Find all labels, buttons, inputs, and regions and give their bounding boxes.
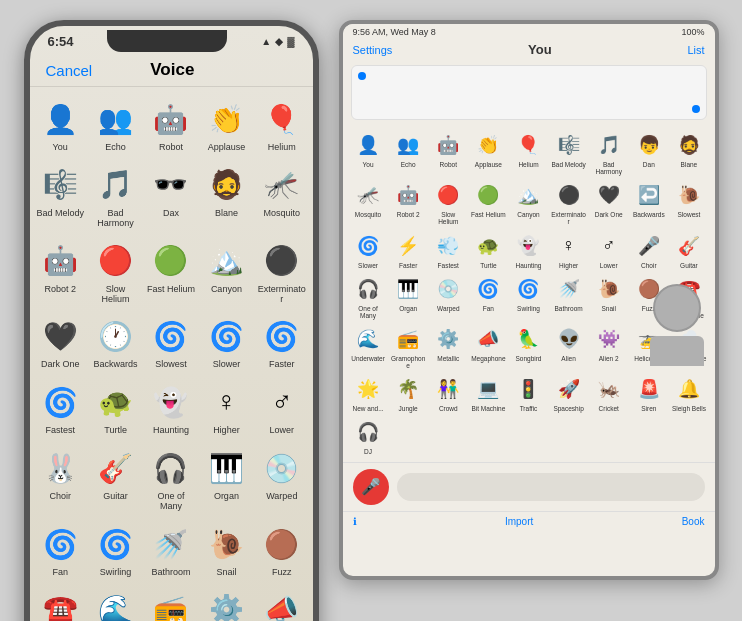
tablet-voice-item[interactable]: 💿Warped [429, 272, 468, 321]
voice-item[interactable]: 🎸Guitar [89, 442, 142, 516]
voice-item[interactable]: ♀️Higher [200, 376, 253, 440]
tablet-voice-item[interactable]: 🏔️Canyon [509, 178, 548, 227]
voice-item[interactable]: ⚙️Metallic [200, 584, 253, 621]
tablet-voice-item[interactable]: 👏Applause [469, 128, 508, 177]
tablet-voice-item[interactable]: 🎤Choir [629, 229, 668, 271]
voice-item[interactable]: 🤖Robot [144, 93, 197, 157]
voice-item[interactable]: 📻Gramophone [144, 584, 197, 621]
voice-item[interactable]: 🎵Bad Harmony [89, 159, 142, 233]
voice-item[interactable]: 🌀Faster [255, 310, 308, 374]
voice-item[interactable]: 🐌Snail [200, 518, 253, 582]
tablet-voice-item[interactable]: 🤖Robot [429, 128, 468, 177]
tablet-voice-item[interactable]: 🎧DJ [349, 415, 388, 457]
voice-item[interactable]: ♂️Lower [255, 376, 308, 440]
tablet-voice-item[interactable]: ♀️Higher [549, 229, 588, 271]
tablet-voice-item[interactable]: 👤You [349, 128, 388, 177]
tablet-voice-item[interactable]: 🚨Siren [629, 372, 668, 414]
tablet-voice-item[interactable]: 🚦Traffic [509, 372, 548, 414]
tablet-voice-item[interactable]: 🌀Fan [469, 272, 508, 321]
voice-item[interactable]: 🔴Slow Helium [89, 235, 142, 309]
voice-item[interactable]: 🚿Bathroom [144, 518, 197, 582]
tablet-voice-item[interactable]: 👦Dan [629, 128, 668, 177]
tablet-voice-item[interactable]: ♂️Lower [589, 229, 628, 271]
voice-item[interactable]: 🐢Turtle [89, 376, 142, 440]
tablet-voice-item[interactable]: 🎸Guitar [669, 229, 708, 271]
book-button[interactable]: Book [682, 516, 705, 527]
tablet-voice-item[interactable]: 🎵Bad Harmony [589, 128, 628, 177]
voice-item[interactable]: 🌀Swirling [89, 518, 142, 582]
tablet-voice-item[interactable]: 🎼Bad Melody [549, 128, 588, 177]
voice-item[interactable]: 🧔Blane [200, 159, 253, 233]
voice-item[interactable]: 🕐Backwards [89, 310, 142, 374]
tablet-voice-item[interactable]: ⚙️Metallic [429, 322, 468, 371]
voice-item[interactable]: 🌊Underwater [89, 584, 142, 621]
voice-item[interactable]: 🌀Fan [34, 518, 87, 582]
tablet-voice-item[interactable]: 👻Haunting [509, 229, 548, 271]
tablet-voice-item[interactable]: 🌀Slower [349, 229, 388, 271]
tablet-voice-item[interactable]: 🔴Slow Helium [429, 178, 468, 227]
tablet-voice-item[interactable]: 🤖Robot 2 [389, 178, 428, 227]
tablet-voice-item[interactable]: 🌀Swirling [509, 272, 548, 321]
voice-item[interactable]: 🐰Choir [34, 442, 87, 516]
tablet-voice-item[interactable]: 🌊Underwater [349, 322, 388, 371]
voice-item[interactable]: 🦟Mosquito [255, 159, 308, 233]
tablet-voice-item[interactable]: 🌴Jungle [389, 372, 428, 414]
tablet-voice-item[interactable]: 🌟New and... [349, 372, 388, 414]
settings-button[interactable]: Settings [353, 44, 393, 56]
tablet-voice-item[interactable]: 🎧One of Many [349, 272, 388, 321]
voice-item[interactable]: 👻Haunting [144, 376, 197, 440]
voice-item[interactable]: 🕶️Dax [144, 159, 197, 233]
voice-item[interactable]: 💿Warped [255, 442, 308, 516]
tablet-voice-item[interactable]: 🐌Slowest [669, 178, 708, 227]
mic-button[interactable]: 🎤 [353, 469, 389, 505]
voice-item[interactable]: 🌀Slowest [144, 310, 197, 374]
tablet-voice-item[interactable]: 🐌Snail [589, 272, 628, 321]
voice-item[interactable]: ⚫Exterminator [255, 235, 308, 309]
voice-item[interactable]: 🎈Helium [255, 93, 308, 157]
tablet-voice-item[interactable]: 🦟Mosquito [349, 178, 388, 227]
tablet-voice-item[interactable]: ↩️Backwards [629, 178, 668, 227]
voice-item[interactable]: 🌀Slower [200, 310, 253, 374]
tablet-voice-item[interactable]: 👥Echo [389, 128, 428, 177]
voice-item[interactable]: 🖤Dark One [34, 310, 87, 374]
tablet-voice-item[interactable]: 🦗Cricket [589, 372, 628, 414]
import-button[interactable]: Import [505, 516, 533, 527]
tablet-voice-item[interactable]: 🦜Songbird [509, 322, 548, 371]
tablet-voice-item[interactable]: 🎹Organ [389, 272, 428, 321]
text-input[interactable] [397, 473, 705, 501]
cancel-button[interactable]: Cancel [46, 62, 93, 79]
tablet-voice-item[interactable]: 👫Crowd [429, 372, 468, 414]
voice-item[interactable]: 📣Megaphone [255, 584, 308, 621]
info-button[interactable]: ℹ [353, 516, 357, 527]
voice-item[interactable]: 🌀Fastest [34, 376, 87, 440]
tablet-voice-item[interactable]: 🧔Blane [669, 128, 708, 177]
list-button[interactable]: List [687, 44, 704, 56]
tablet-voice-label: Swirling [517, 305, 540, 312]
tablet-voice-item[interactable]: 💻Bit Machine [469, 372, 508, 414]
tablet-voice-item[interactable]: 👽Alien [549, 322, 588, 371]
tablet-voice-item[interactable]: ⚫Exterminator [549, 178, 588, 227]
tablet-voice-item[interactable]: 🎈Helium [509, 128, 548, 177]
tablet-voice-item[interactable]: ⚡Faster [389, 229, 428, 271]
tablet-voice-item[interactable]: 👾Alien 2 [589, 322, 628, 371]
tablet-voice-item[interactable]: 🟢Fast Helium [469, 178, 508, 227]
voice-item[interactable]: 🤖Robot 2 [34, 235, 87, 309]
voice-item[interactable]: 🎧One of Many [144, 442, 197, 516]
voice-item[interactable]: 🎹Organ [200, 442, 253, 516]
tablet-voice-item[interactable]: 🚿Bathroom [549, 272, 588, 321]
voice-item[interactable]: 🟢Fast Helium [144, 235, 197, 309]
tablet-voice-item[interactable]: 📣Megaphone [469, 322, 508, 371]
voice-item[interactable]: 🏔️Canyon [200, 235, 253, 309]
tablet-voice-item[interactable]: 📻Gramophone [389, 322, 428, 371]
voice-item[interactable]: 👥Echo [89, 93, 142, 157]
tablet-voice-item[interactable]: 💨Fastest [429, 229, 468, 271]
voice-item[interactable]: 🎼Bad Melody [34, 159, 87, 233]
voice-item[interactable]: 👏Applause [200, 93, 253, 157]
tablet-voice-item[interactable]: 🖤Dark One [589, 178, 628, 227]
tablet-voice-item[interactable]: 🐢Turtle [469, 229, 508, 271]
voice-item[interactable]: 🟤Fuzz [255, 518, 308, 582]
voice-item[interactable]: ☎️Old Telephone [34, 584, 87, 621]
tablet-voice-item[interactable]: 🚀Spaceship [549, 372, 588, 414]
tablet-voice-item[interactable]: 🔔Sleigh Bells [669, 372, 708, 414]
voice-item[interactable]: 👤You [34, 93, 87, 157]
